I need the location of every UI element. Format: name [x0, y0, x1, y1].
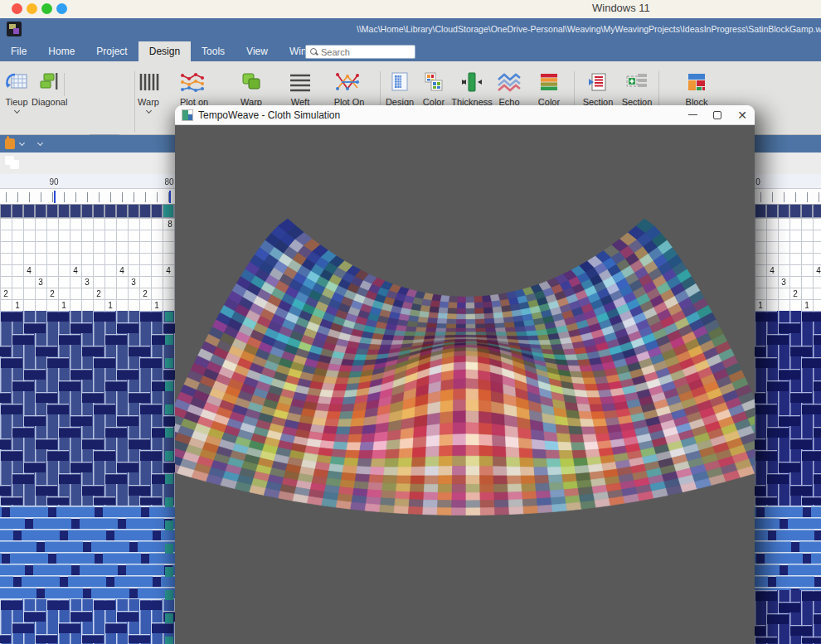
hand-cursor-icon[interactable]	[5, 138, 15, 149]
draft-panel-left[interactable]	[0, 174, 175, 644]
app-icon	[7, 22, 22, 36]
chevron-down-icon	[146, 109, 152, 114]
screen: Windows 11 \\Mac\Home\Library\CloudStora…	[0, 0, 821, 644]
cloth-simulation-canvas[interactable]	[175, 125, 755, 644]
traffic-light-minimize-icon[interactable]	[27, 3, 37, 14]
mac-menubar: Windows 11	[0, 0, 821, 18]
traffic-light-parallels-icon[interactable]	[56, 3, 67, 14]
color-bars-icon	[538, 71, 560, 93]
plot-cross-icon	[335, 70, 363, 94]
close-button[interactable]: ✕	[730, 105, 755, 124]
draft-toolbar-right	[755, 135, 821, 153]
menu-design[interactable]: Design	[138, 41, 191, 61]
tempoweave-app-icon	[182, 109, 193, 121]
section-doc-icon	[587, 71, 609, 93]
section-view-button[interactable]: Section	[579, 70, 617, 107]
echo-waves-icon	[497, 71, 522, 93]
paste-squares-icon[interactable]	[5, 156, 14, 165]
block-squares-icon	[686, 71, 707, 93]
search-icon	[310, 48, 318, 56]
plot-on-weft-button[interactable]: Plot On	[328, 70, 370, 107]
diagonal-blocks-icon	[38, 71, 60, 93]
tempoweave-title: TempoWeave - Cloth Simulation	[198, 109, 340, 121]
color-bars-button[interactable]: Color	[529, 70, 569, 107]
menu-home[interactable]: Home	[37, 41, 85, 61]
vm-window-title: Windows 11	[592, 2, 650, 14]
chevron-down-icon[interactable]	[20, 141, 26, 147]
draft-panel-right[interactable]	[755, 174, 821, 644]
chevron-down-icon	[14, 109, 20, 114]
minimize-button[interactable]	[680, 105, 705, 124]
plot-on-warp-button[interactable]: Plot on	[174, 70, 214, 107]
tempoweave-titlebar[interactable]: TempoWeave - Cloth Simulation ✕	[175, 105, 755, 125]
thickness-icon	[459, 71, 484, 93]
color-squares-button[interactable]: Color	[418, 70, 449, 107]
diagonal-button[interactable]: Diagonal	[32, 70, 66, 107]
document-path: \\Mac\Home\Library\CloudStorage\OneDrive…	[357, 24, 821, 34]
warp-color-button[interactable]: Warp	[232, 70, 270, 107]
thickness-button[interactable]: Thickness	[451, 70, 493, 107]
app-titlebar: \\Mac\Home\Library\CloudStorage\OneDrive…	[0, 18, 821, 41]
traffic-light-zoom-icon[interactable]	[41, 3, 52, 14]
plot-lines-icon	[180, 70, 208, 94]
block-button[interactable]: Block	[678, 70, 715, 107]
minimize-icon	[688, 114, 697, 116]
draft-toolbar-left	[0, 135, 175, 153]
draft-subbar-right	[755, 153, 821, 174]
maximize-button[interactable]	[705, 105, 730, 124]
design-grid-icon	[390, 71, 410, 93]
tieup-grid-icon	[4, 71, 29, 93]
chevron-down-icon[interactable]	[38, 141, 44, 147]
search-input[interactable]	[321, 47, 404, 57]
menu-project[interactable]: Project	[85, 41, 138, 61]
weft-lines-icon	[288, 72, 313, 92]
design-button[interactable]: Design	[383, 70, 416, 107]
weft-button[interactable]: Weft	[282, 70, 318, 107]
warp-button[interactable]: Warp	[133, 70, 164, 114]
color-squares-icon	[423, 71, 445, 93]
simulation-viewport[interactable]	[175, 125, 755, 644]
maximize-icon	[713, 111, 721, 119]
green-squares-icon	[240, 71, 263, 93]
echo-button[interactable]: Echo	[494, 70, 524, 107]
section-add-icon	[625, 71, 649, 93]
tieup-button[interactable]: Tieup	[2, 70, 32, 114]
close-icon: ✕	[737, 109, 747, 122]
menu-file[interactable]: File	[0, 41, 37, 61]
draft-subbar-left	[0, 153, 175, 174]
menubar: File Home Project Design Tools View Wind…	[0, 41, 821, 61]
search-box[interactable]	[305, 45, 415, 59]
menu-tools[interactable]: Tools	[191, 41, 236, 61]
traffic-light-close-icon[interactable]	[12, 3, 22, 14]
warp-lines-icon	[138, 71, 159, 93]
section-add-button[interactable]: Section	[619, 70, 655, 107]
tempoweave-window: TempoWeave - Cloth Simulation ✕	[175, 105, 755, 644]
menu-view[interactable]: View	[236, 41, 279, 61]
